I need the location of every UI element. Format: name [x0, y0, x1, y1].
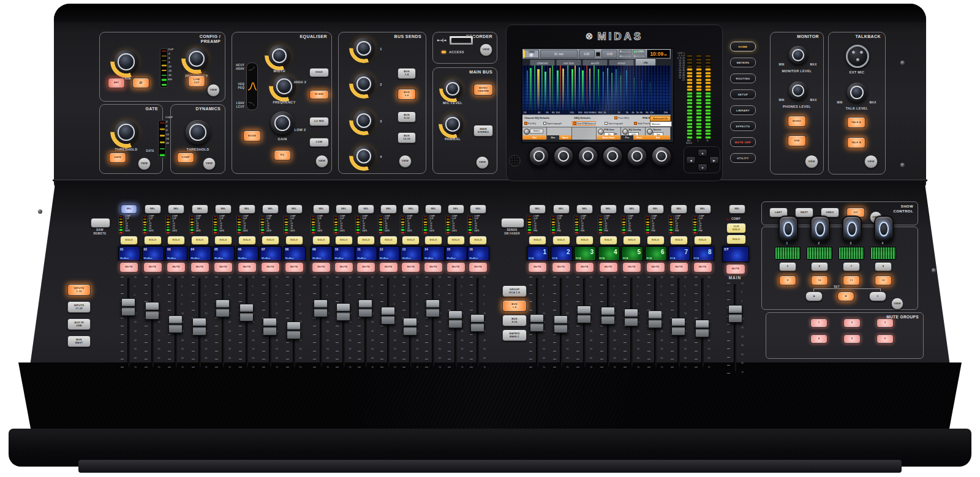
assign-encoder-3[interactable]: [842, 216, 862, 242]
tab-auxfx[interactable]: aux/fx: [582, 59, 608, 66]
bus-send-knob-2[interactable]: [353, 73, 375, 95]
fader-handle[interactable]: [145, 302, 159, 320]
solo-button[interactable]: SOLO: [647, 236, 665, 245]
rta-source-dropdown[interactable]: Monitor: [650, 121, 672, 127]
layer-group-dca-button[interactable]: GROUP DCA 1-8: [502, 285, 527, 297]
solo-button[interactable]: SOLO: [214, 236, 232, 245]
select-button[interactable]: SEL: [286, 205, 303, 214]
mute-button[interactable]: MUTE: [575, 262, 594, 272]
pre-eq-option[interactable]: Pre EQ: [524, 122, 536, 125]
sends-on-fader-button[interactable]: [501, 218, 524, 228]
mute-group-1-button[interactable]: 1: [810, 318, 827, 328]
solo-button[interactable]: SOLO: [144, 236, 162, 245]
mute-button[interactable]: MUTE: [622, 262, 641, 272]
spectrograph-option[interactable]: Spectrograph: [543, 122, 562, 125]
assign-button-10[interactable]: 10: [811, 276, 828, 285]
bus-9-12-button[interactable]: BUS 9-12: [398, 111, 416, 122]
layer-inputs-1-16-button[interactable]: INPUTS 1-16: [67, 284, 91, 296]
mute-button[interactable]: MUTE: [552, 262, 571, 272]
menu-setup-button[interactable]: SETUP: [730, 89, 756, 99]
fader-handle[interactable]: [671, 318, 685, 336]
menu-utility-button[interactable]: UTILITY: [730, 153, 756, 163]
view-button[interactable]: VIEW: [207, 84, 220, 97]
mono-centre-button[interactable]: MONO CENTRE: [473, 84, 493, 96]
fader-handle[interactable]: [216, 299, 230, 317]
main-mute-button[interactable]: MUTE: [726, 264, 745, 274]
set-b-button[interactable]: B: [837, 291, 854, 301]
solo-button[interactable]: SOLO: [380, 236, 398, 245]
select-button[interactable]: SEL: [145, 205, 161, 214]
mute-button[interactable]: MUTE: [469, 262, 488, 272]
solo-button[interactable]: SOLO: [335, 236, 353, 245]
screen-encoder-5[interactable]: [627, 146, 647, 167]
mute-button[interactable]: MUTE: [334, 262, 353, 272]
arrow-right-key[interactable]: ▶: [709, 156, 719, 164]
menu-home-button[interactable]: HOME: [730, 42, 756, 51]
fader-handle[interactable]: [426, 299, 440, 317]
eq-gain-knob[interactable]: [271, 111, 294, 135]
mute-button[interactable]: MUTE: [646, 262, 665, 272]
mute-button[interactable]: MUTE: [528, 262, 547, 272]
select-button[interactable]: SEL: [576, 205, 593, 214]
view-button[interactable]: VIEW: [138, 157, 151, 170]
select-button[interactable]: SEL: [600, 205, 617, 214]
tab-channel[interactable]: channel: [530, 59, 555, 66]
softkey-cell-6[interactable]: SourceSelSet: [646, 127, 669, 140]
mute-button[interactable]: MUTE: [285, 262, 304, 272]
assign-encoder-2[interactable]: [810, 216, 830, 242]
softkey-action[interactable]: Set: [646, 135, 669, 140]
gain-knob[interactable]: [114, 50, 138, 74]
talk-a-button[interactable]: TALK A: [847, 117, 865, 128]
softkey-action[interactable]: Set: [522, 135, 546, 140]
softkey-cell-5[interactable]: EQ Overlay50%PrePost: [621, 127, 645, 140]
mute-group-5-button[interactable]: 5: [843, 334, 861, 344]
ext-mic-xlr-connector[interactable]: [846, 45, 869, 68]
softkey-toggle[interactable]: BarSpec: [547, 135, 571, 140]
arrow-down-key[interactable]: ▼: [698, 163, 707, 171]
phones-level-knob[interactable]: [789, 81, 807, 100]
solo-button[interactable]: SOLO: [469, 236, 487, 245]
bus-send-knob-3[interactable]: [353, 110, 375, 132]
mc-level-knob[interactable]: [443, 79, 462, 99]
use-rta-source-option[interactable]: Use RTA Source: [573, 122, 595, 125]
solo-button[interactable]: SOLO: [600, 236, 617, 245]
select-button[interactable]: SEL: [425, 205, 442, 214]
mute-button[interactable]: MUTE: [401, 262, 420, 272]
select-button[interactable]: SEL: [380, 205, 397, 214]
view-button[interactable]: VIEW: [203, 157, 216, 170]
fader-handle[interactable]: [530, 314, 544, 332]
assign-button-8[interactable]: 8: [875, 262, 892, 271]
solo-button[interactable]: SOLO: [670, 236, 688, 245]
show-next-button[interactable]: NEXT: [795, 208, 813, 217]
solo-priority-option[interactable]: Solo Priority: [634, 122, 651, 125]
solo-button[interactable]: SOLO: [238, 236, 256, 245]
menu-effects-button[interactable]: EFFECTS: [730, 121, 756, 131]
view-button[interactable]: VIEW: [399, 155, 412, 168]
low-cut-button[interactable]: LOW CUT: [188, 75, 205, 87]
layer-bus-1-8-button[interactable]: BUS 1-8: [502, 300, 527, 312]
mute-group-6-button[interactable]: 6: [876, 334, 894, 344]
bus-5-8-button[interactable]: BUS 5-8: [398, 89, 416, 100]
mono-button[interactable]: MONO: [788, 116, 806, 127]
solo-button[interactable]: SOLO: [447, 236, 465, 245]
post-geq-option[interactable]: Post GEQ: [614, 116, 629, 119]
phantom-48v-button[interactable]: 48V: [108, 78, 125, 88]
fader-handle[interactable]: [192, 318, 206, 336]
selected-ch-chip[interactable]: Selected Ch: [650, 116, 671, 121]
solo-button[interactable]: SOLO: [529, 236, 546, 245]
main-solo-button[interactable]: SOLO: [726, 235, 746, 244]
solo-button[interactable]: SOLO: [623, 236, 641, 245]
layer-bus-masters-button[interactable]: BUS MAST: [67, 336, 91, 347]
bus-send-knob-4[interactable]: [353, 145, 375, 167]
fader-handle[interactable]: [448, 310, 462, 328]
fader-handle[interactable]: [403, 318, 417, 336]
menu-routing-button[interactable]: ROUTING: [730, 73, 756, 83]
set-a-button[interactable]: A: [805, 291, 823, 301]
assign-button-6[interactable]: 6: [811, 262, 828, 271]
main-display[interactable]: CH01 01: test 0.00 -0.00 A: -L: USB1B: -…: [521, 48, 674, 143]
dim-button[interactable]: DIM: [788, 135, 806, 146]
select-button[interactable]: SEL: [671, 205, 687, 214]
softkey-cell-1[interactable]: SelectSet: [522, 127, 546, 140]
assign-encoder-4[interactable]: [874, 216, 894, 242]
mute-button[interactable]: MUTE: [261, 262, 280, 272]
